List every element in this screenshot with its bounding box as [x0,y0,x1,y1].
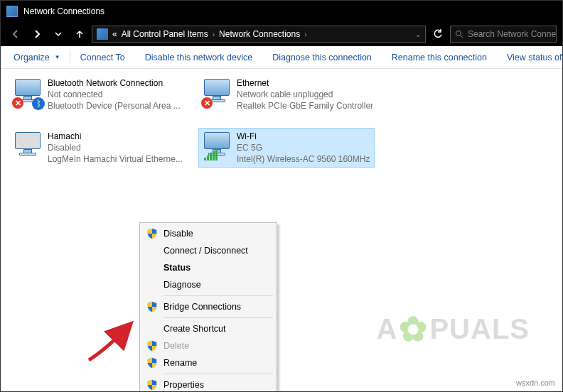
window-title: Network Connections [23,6,104,16]
disconnected-icon: ✕ [201,97,213,109]
refresh-button[interactable] [429,25,447,43]
location-icon [97,28,108,40]
menu-rename[interactable]: Rename [142,354,274,371]
breadcrumb-prefix: « [112,29,117,39]
menu-connect-disconnect[interactable]: Connect / Disconnect [142,242,274,259]
adapter-icon: ✕ ᛒ [12,77,43,109]
adapter-name: Bluetooth Network Connection [48,77,181,89]
chevron-down-icon[interactable]: ⌄ [415,31,421,38]
menu-diagnose[interactable]: Diagnose [142,276,274,293]
back-button[interactable] [6,25,25,43]
menu-status[interactable]: Status [142,259,274,276]
search-icon [455,30,463,38]
uac-shield-icon [146,357,158,369]
context-menu: Disable Connect / Disconnect Status Diag… [139,222,277,392]
recent-locations-button[interactable] [49,25,68,43]
disconnected-icon: ✕ [12,97,23,109]
nav-bar: « All Control Panel Items › Network Conn… [1,22,562,46]
menu-delete: Delete [142,337,274,354]
bluetooth-icon: ᛒ [32,97,45,110]
adapter-status: EC 5G [237,142,370,153]
svg-point-0 [456,31,461,36]
disable-device-button[interactable]: Disable this network device [135,46,262,68]
chevron-right-icon: › [213,31,215,38]
rename-connection-button[interactable]: Rename this connection [382,46,497,68]
menu-separator [163,374,273,374]
menu-separator [163,295,273,296]
uac-shield-icon [146,340,158,352]
adapter-ethernet[interactable]: ✕ Ethernet Network cable unplugged Realt… [198,75,375,115]
signal-icon [204,149,218,160]
adapter-icon [201,131,232,162]
adapter-device: LogMeIn Hamachi Virtual Etherne... [48,153,183,165]
adapter-icon [12,131,43,162]
adapter-hamachi[interactable]: Hamachi Disabled LogMeIn Hamachi Virtual… [9,128,186,168]
forward-button[interactable] [28,25,46,43]
adapter-status: Not connected [48,89,181,100]
adapter-status: Network cable unplugged [237,89,373,100]
content-area: ✕ ᛒ Bluetooth Network Connection Not con… [1,69,562,391]
address-bar[interactable]: « All Control Panel Items › Network Conn… [92,26,426,43]
uac-shield-icon [146,228,158,239]
adapter-icon: ✕ [201,77,232,109]
uac-shield-icon [146,379,158,391]
adapter-bluetooth[interactable]: ✕ ᛒ Bluetooth Network Connection Not con… [9,75,186,115]
adapter-name: Wi-Fi [237,131,370,142]
up-button[interactable] [70,25,89,43]
search-box[interactable]: Search Network Connec [450,26,557,43]
chevron-down-icon: ▼ [55,54,60,60]
organize-menu[interactable]: Organize▼ [4,46,70,68]
diagnose-connection-button[interactable]: Diagnose this connection [262,46,382,68]
svg-line-1 [461,36,463,38]
search-placeholder: Search Network Connec [468,29,557,39]
adapter-device: Realtek PCIe GbE Family Controller [237,100,373,111]
menu-disable[interactable]: Disable [142,225,274,242]
breadcrumb-item[interactable]: All Control Panel Items [122,29,208,39]
menu-bridge[interactable]: Bridge Connections [142,298,274,315]
window-icon [6,6,18,17]
command-bar: Organize▼ Connect To Disable this networ… [1,46,562,69]
adapter-status: Disabled [48,142,183,153]
menu-create-shortcut[interactable]: Create Shortcut [142,320,274,337]
adapter-name: Hamachi [48,131,183,142]
titlebar: Network Connections [1,1,562,22]
view-status-button[interactable]: View status of t [497,46,562,68]
watermark-url: wsxdn.com [516,379,555,387]
menu-properties[interactable]: Properties [142,376,274,392]
chevron-right-icon: › [304,31,306,38]
leaf-icon: ✿ [399,309,428,349]
connect-to-button[interactable]: Connect To [70,46,135,68]
pointer-arrow-icon [85,310,141,367]
uac-shield-icon [146,301,158,312]
adapter-device: Intel(R) Wireless-AC 9560 160MHz [237,153,370,165]
adapter-wifi[interactable]: Wi-Fi EC 5G Intel(R) Wireless-AC 9560 16… [198,128,375,168]
adapter-name: Ethernet [237,77,373,89]
watermark: A✿PUALS [377,309,530,349]
adapter-device: Bluetooth Device (Personal Area ... [48,100,181,111]
menu-separator [163,317,273,318]
breadcrumb-item[interactable]: Network Connections [219,29,300,39]
